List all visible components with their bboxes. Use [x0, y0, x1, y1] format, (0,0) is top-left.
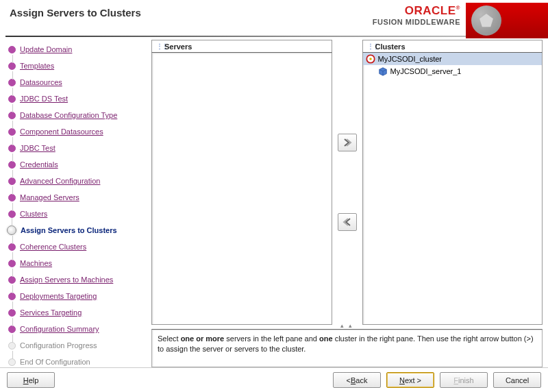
step-node-icon	[8, 358, 16, 366]
step-label[interactable]: Deployments Targeting	[20, 292, 97, 300]
wizard-step: End Of Configuration	[8, 354, 147, 367]
clusters-header: ⋮⋮ Clusters	[362, 40, 543, 52]
step-node-icon	[8, 243, 16, 251]
assign-right-button[interactable]	[338, 134, 357, 151]
step-node-icon	[8, 62, 16, 70]
step-label[interactable]: Component Datasources	[20, 127, 103, 136]
step-label[interactable]: Configuration Summary	[20, 325, 99, 333]
wizard-step[interactable]: Templates	[8, 58, 147, 74]
step-node-icon	[8, 210, 16, 218]
wizard-step[interactable]: Clusters	[8, 206, 147, 222]
servers-header: ⋮⋮ Servers	[151, 40, 332, 52]
clusters-tree[interactable]: MyJCSODI_cluster MyJCSODI_server_1	[362, 52, 543, 325]
step-node-icon	[8, 260, 16, 267]
finish-button: Finish	[440, 372, 488, 388]
page-title: Assign Servers to Clusters	[10, 7, 141, 19]
wizard-step[interactable]: Configuration Summary	[8, 321, 147, 337]
hint-panel: Select one or more servers in the left p…	[151, 329, 543, 367]
servers-header-label: Servers	[164, 40, 192, 53]
wizard-step[interactable]: Update Domain	[8, 41, 147, 58]
wizard-step[interactable]: Advanced Configuration	[8, 173, 147, 189]
step-label[interactable]: Templates	[20, 62, 54, 70]
step-node-icon	[7, 225, 16, 235]
help-button[interactable]: Help	[7, 372, 55, 388]
servers-list[interactable]	[151, 52, 332, 325]
brand-subtitle: FUSION MIDDLEWARE	[373, 18, 460, 26]
wizard-step[interactable]: Managed Servers	[8, 189, 147, 206]
step-label: End Of Configuration	[20, 358, 90, 366]
header: Assign Servers to Clusters ORACLE® FUSIO…	[0, 0, 548, 36]
step-node-icon	[8, 342, 16, 350]
step-label: Configuration Progress	[20, 341, 97, 350]
cluster-node[interactable]: MyJCSODI_cluster	[363, 53, 543, 65]
wizard-step[interactable]: Credentials	[8, 156, 147, 173]
cluster-icon	[366, 54, 375, 64]
step-label[interactable]: Machines	[20, 259, 52, 267]
servers-column: ⋮⋮ Servers	[151, 40, 332, 325]
wizard-step: Configuration Progress	[8, 337, 147, 354]
step-label[interactable]: Update Domain	[20, 45, 72, 53]
wizard-steps: Update DomainTemplatesDatasourcesJDBC DS…	[0, 37, 150, 367]
step-node-icon	[8, 194, 16, 201]
brand-logo: ORACLE®	[373, 4, 460, 18]
step-node-icon	[8, 293, 16, 300]
main-panel: ⋮⋮ Servers	[150, 37, 548, 367]
wizard-step[interactable]: Coherence Clusters	[8, 238, 147, 255]
step-label[interactable]: Services Targeting	[20, 308, 82, 317]
next-button[interactable]: Next >	[386, 372, 434, 388]
wizard-step[interactable]: JDBC DS Test	[8, 90, 147, 107]
footer: Help < Back Next > Finish Cancel	[0, 367, 548, 392]
wizard-step[interactable]: Component Datasources	[8, 123, 147, 140]
step-node-icon	[8, 326, 16, 333]
clusters-header-label: Clusters	[375, 40, 406, 53]
server-label: MyJCSODI_server_1	[390, 67, 462, 75]
wizard-step[interactable]: Assign Servers to Clusters	[8, 222, 147, 238]
step-node-icon	[8, 79, 16, 86]
step-label[interactable]: Credentials	[20, 160, 58, 169]
step-node-icon	[8, 309, 16, 317]
server-icon	[378, 66, 388, 76]
server-node[interactable]: MyJCSODI_server_1	[363, 65, 543, 77]
clusters-column: ⋮⋮ Clusters MyJCSODI_cluster	[362, 40, 543, 325]
wizard-step[interactable]: Deployments Targeting	[8, 288, 147, 304]
step-node-icon	[8, 95, 16, 103]
step-node-icon	[8, 161, 16, 169]
grip-icon: ⋮⋮	[367, 45, 373, 49]
svg-point-1	[369, 58, 372, 60]
chevron-right-icon	[342, 138, 352, 147]
grip-icon: ⋮⋮	[156, 45, 162, 49]
step-node-icon	[8, 276, 16, 284]
step-label[interactable]: JDBC Test	[20, 144, 55, 152]
header-badge	[466, 3, 548, 38]
assign-buttons	[334, 40, 361, 325]
wizard-step[interactable]: JDBC Test	[8, 140, 147, 156]
step-node-icon	[8, 112, 16, 119]
chevron-left-icon	[342, 218, 352, 226]
step-label[interactable]: Clusters	[20, 210, 47, 218]
wizard-step[interactable]: Database Configuration Type	[8, 107, 147, 123]
step-node-icon	[8, 128, 16, 136]
cancel-button[interactable]: Cancel	[493, 372, 541, 388]
step-label[interactable]: Advanced Configuration	[20, 177, 100, 185]
wizard-step[interactable]: Datasources	[8, 74, 147, 90]
cluster-label: MyJCSODI_cluster	[378, 55, 443, 63]
wizard-step[interactable]: Machines	[8, 255, 147, 271]
step-node-icon	[8, 177, 16, 185]
back-button[interactable]: < Back	[333, 372, 381, 388]
wizard-step[interactable]: Assign Servers to Machines	[8, 271, 147, 288]
step-label[interactable]: Assign Servers to Machines	[20, 275, 113, 284]
step-label[interactable]: Managed Servers	[20, 193, 79, 201]
wizard-step[interactable]: Services Targeting	[8, 304, 147, 321]
step-label[interactable]: Datasources	[20, 78, 62, 86]
brand-block: ORACLE® FUSION MIDDLEWARE	[373, 4, 460, 26]
step-label[interactable]: Coherence Clusters	[20, 243, 86, 251]
resize-handle-icon[interactable]: ▴ ▴	[151, 322, 543, 326]
step-node-icon	[8, 46, 16, 53]
step-label[interactable]: Assign Servers to Clusters	[21, 226, 117, 234]
step-node-icon	[8, 145, 16, 152]
step-label[interactable]: JDBC DS Test	[20, 95, 68, 103]
header-right: ORACLE® FUSION MIDDLEWARE	[373, 3, 548, 38]
step-label[interactable]: Database Configuration Type	[20, 111, 117, 119]
assign-left-button[interactable]	[338, 213, 357, 231]
